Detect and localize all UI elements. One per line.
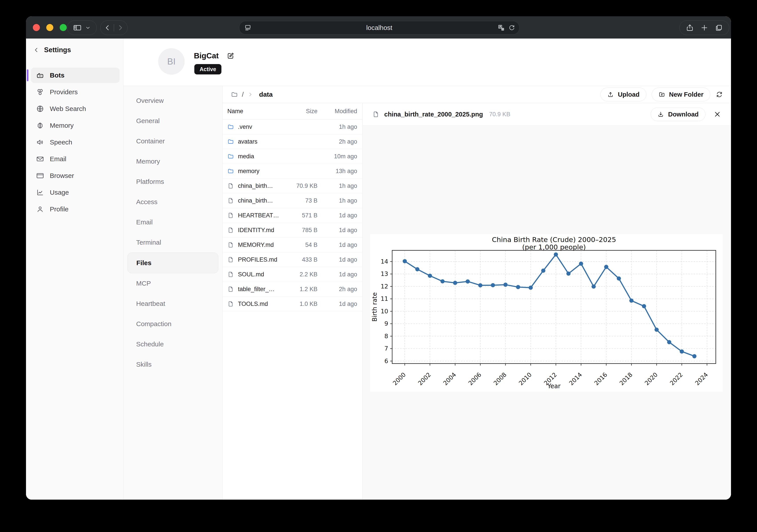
file-modified: 10m ago [318, 153, 362, 160]
tab-label: Compaction [136, 320, 171, 328]
sidebar-item-profile[interactable]: Profile [31, 201, 120, 217]
sidebar-item-email[interactable]: Email [31, 151, 120, 167]
file-icon [227, 271, 234, 278]
minimize-window-button[interactable] [46, 24, 53, 31]
forward-button[interactable] [116, 24, 124, 32]
sidebar-item-label: Profile [50, 205, 69, 213]
tab-mcp[interactable]: MCP [127, 273, 218, 294]
file-table: Name Size Modified .venv 1h ago avatars … [223, 103, 363, 500]
sidebar-item-providers[interactable]: Providers [31, 84, 120, 100]
refresh-icon[interactable] [715, 91, 723, 98]
bot-settings-nav: Overview General Container Memory Platfo… [123, 86, 223, 500]
address-bar[interactable]: localhost [239, 21, 520, 35]
reader-view-icon[interactable] [244, 24, 252, 32]
tab-compaction[interactable]: Compaction [127, 314, 218, 334]
table-row[interactable]: china_birth… 73 B 1h ago [223, 193, 362, 208]
bot-header: BI BigCat Active [123, 39, 731, 86]
tab-access[interactable]: Access [127, 192, 218, 212]
table-row[interactable]: table_filter_… 1.2 KB 2h ago [223, 282, 362, 297]
svg-text:12: 12 [381, 283, 388, 290]
tab-overview-icon[interactable] [715, 24, 723, 32]
close-preview-icon[interactable] [713, 110, 721, 118]
svg-text:2018: 2018 [618, 371, 634, 387]
folder-icon [227, 153, 234, 160]
safari-window: localhost Settings Bots Providers Web Se… [26, 16, 731, 500]
col-name[interactable]: Name [223, 108, 285, 115]
sidebar-item-usage[interactable]: Usage [31, 185, 120, 200]
table-row[interactable]: HEARTBEAT… 571 B 1d ago [223, 208, 362, 223]
table-row[interactable]: TOOLS.md 1.0 KB 1d ago [223, 297, 362, 311]
svg-text:2016: 2016 [593, 371, 609, 387]
files-content: / data Upload New Folder [223, 86, 731, 500]
file-modified: 1h ago [318, 183, 362, 190]
usage-icon [36, 189, 44, 196]
breadcrumb-root[interactable]: / [242, 91, 244, 98]
person-icon [36, 205, 44, 213]
tab-files[interactable]: Files [127, 252, 218, 273]
file-size: 1.0 KB [285, 301, 318, 308]
sidebar-item-web-search[interactable]: Web Search [31, 101, 120, 116]
table-row[interactable]: MEMORY.md 54 B 1d ago [223, 238, 362, 252]
app-page: Settings Bots Providers Web Search Memor… [26, 39, 731, 500]
file-name: china_birth… [238, 183, 273, 190]
svg-text:14: 14 [381, 258, 388, 265]
back-button[interactable] [104, 24, 111, 32]
zoom-window-button[interactable] [60, 24, 67, 31]
table-row[interactable]: media 10m ago [223, 149, 362, 164]
share-icon[interactable] [686, 24, 694, 32]
table-row[interactable]: PROFILES.md 433 B 1d ago [223, 252, 362, 267]
tab-general[interactable]: General [127, 111, 218, 131]
table-row[interactable]: avatars 2h ago [223, 134, 362, 149]
upload-label: Upload [618, 91, 639, 98]
tab-overview[interactable]: Overview [127, 91, 218, 111]
table-row[interactable]: .venv 1h ago [223, 120, 362, 134]
avatar: BI [158, 48, 185, 74]
col-modified[interactable]: Modified [318, 108, 362, 115]
download-button[interactable]: Download [651, 107, 706, 121]
folder-root-icon[interactable] [231, 91, 238, 98]
toggle-sidebar-button[interactable] [67, 20, 97, 35]
close-window-button[interactable] [33, 24, 40, 31]
tab-schedule[interactable]: Schedule [127, 334, 218, 354]
upload-button[interactable]: Upload [600, 88, 646, 101]
reload-icon[interactable] [508, 24, 515, 31]
svg-text:2008: 2008 [492, 371, 508, 387]
new-tab-icon[interactable] [700, 24, 708, 32]
tab-heartbeat[interactable]: Heartbeat [127, 294, 218, 314]
table-row[interactable]: china_birth… 70.9 KB 1h ago [223, 179, 362, 193]
file-modified: 1d ago [318, 271, 362, 278]
translate-icon[interactable] [497, 24, 505, 32]
table-row[interactable]: SOUL.md 2.2 KB 1d ago [223, 267, 362, 282]
tab-skills[interactable]: Skills [127, 354, 218, 374]
file-icon [227, 242, 234, 248]
tab-memory[interactable]: Memory [127, 151, 218, 171]
file-rows: .venv 1h ago avatars 2h ago media 10m ag… [223, 120, 362, 311]
file-modified: 1d ago [318, 256, 362, 263]
tab-terminal[interactable]: Terminal [127, 232, 218, 252]
file-modified: 1d ago [318, 212, 362, 219]
table-row[interactable]: memory 13h ago [223, 164, 362, 179]
sidebar-item-speech[interactable]: Speech [31, 134, 120, 150]
new-folder-button[interactable]: New Folder [652, 88, 710, 101]
sidebar-item-label: Web Search [50, 105, 86, 112]
settings-back[interactable]: Settings [26, 46, 123, 54]
tab-label: Overview [136, 97, 164, 104]
tab-container[interactable]: Container [127, 131, 218, 151]
file-size: 571 B [285, 212, 318, 219]
new-folder-label: New Folder [669, 91, 704, 98]
tab-platforms[interactable]: Platforms [127, 171, 218, 192]
sidebar-item-memory[interactable]: Memory [31, 118, 120, 133]
file-icon [227, 183, 234, 189]
tab-label: Platforms [136, 178, 164, 185]
sidebar-item-browser[interactable]: Browser [31, 168, 120, 183]
sidebar-item-label: Providers [50, 88, 78, 96]
tab-email[interactable]: Email [127, 212, 218, 232]
sidebar-item-bots[interactable]: Bots [31, 68, 120, 83]
col-size[interactable]: Size [285, 108, 318, 115]
folder-plus-icon [658, 91, 665, 98]
table-row[interactable]: IDENTITY.md 785 B 1d ago [223, 223, 362, 238]
file-modified: 1d ago [318, 227, 362, 234]
edit-name-icon[interactable] [227, 52, 235, 60]
file-size: 73 B [285, 197, 318, 204]
file-icon [227, 256, 234, 263]
